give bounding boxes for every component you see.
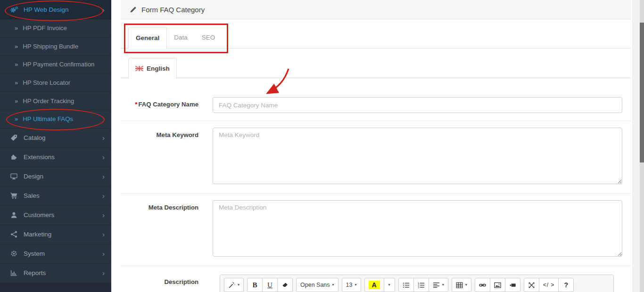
chevron-right-icon: › <box>102 134 105 141</box>
double-angle-right-icon: » <box>15 97 18 105</box>
sidebar-subitem-label: HP Order Tracking <box>23 97 74 105</box>
sidebar-subitem-label: HP Store Locator <box>23 79 70 86</box>
double-angle-right-icon: » <box>15 115 18 122</box>
codeview-button[interactable]: </ > <box>539 278 559 292</box>
tab-language-english[interactable]: English <box>128 58 177 79</box>
style-dropdown-button[interactable]: ▾ <box>224 278 244 292</box>
double-angle-right-icon: » <box>15 43 18 50</box>
font-size-dropdown[interactable]: 13 ▾ <box>342 278 361 292</box>
editor-toolbar: ▾ B U <box>220 275 613 292</box>
sidebar-item-marketing[interactable]: Marketing › <box>0 225 111 244</box>
sidebar-item-label: Extensions <box>24 154 97 161</box>
vertical-scrollbar[interactable] <box>640 0 644 292</box>
sidebar-item-label: HP Web Design <box>24 6 97 13</box>
language-tab-label: English <box>147 65 170 72</box>
bar-chart-icon <box>9 269 18 276</box>
bold-button[interactable]: B <box>247 278 263 292</box>
chevron-right-icon: › <box>102 211 105 219</box>
svg-text:3: 3 <box>418 285 419 288</box>
scrollbar-thumb[interactable] <box>640 23 644 162</box>
underline-button[interactable]: U <box>262 278 278 292</box>
sidebar-subitem-hp-store-locator[interactable]: » HP Store Locator <box>0 74 111 92</box>
clear-formatting-button[interactable] <box>277 278 293 292</box>
form-row-faq-category-name: *FAQ Category Name <box>121 78 631 121</box>
help-icon: ? <box>564 281 569 289</box>
picture-icon <box>494 282 501 289</box>
video-button[interactable] <box>505 278 520 292</box>
text-color-button[interactable]: A <box>364 278 384 292</box>
sidebar-item-sales[interactable]: Sales › <box>0 187 111 206</box>
link-icon <box>479 282 486 289</box>
desktop-icon <box>9 173 18 180</box>
chevron-right-icon: › <box>102 250 105 257</box>
sidebar-subitem-label: HP PDF Invoice <box>23 24 67 32</box>
tab-general[interactable]: General <box>128 27 167 49</box>
sidebar-item-label: Catalog <box>24 134 97 141</box>
font-family-value: Open Sans <box>300 282 330 288</box>
page-right-margin <box>632 0 640 292</box>
sidebar-item-design[interactable]: Design › <box>0 167 111 187</box>
align-left-icon <box>433 282 440 289</box>
sidebar-subitem-label: HP Payment Confirmation <box>23 61 94 68</box>
text-color-caret-button[interactable]: ▾ <box>384 278 395 292</box>
fullscreen-arrows-icon <box>528 282 535 289</box>
tab-seo[interactable]: SEO <box>195 27 223 49</box>
sidebar-item-extensions[interactable]: Extensions › <box>0 148 111 167</box>
ordered-list-button[interactable]: 123 <box>413 278 429 292</box>
sidebar: HP Web Design › » HP PDF Invoice » HP Sh… <box>0 0 111 292</box>
sidebar-subitem-hp-payment-confirmation[interactable]: » HP Payment Confirmation <box>0 56 111 74</box>
faq-category-name-input[interactable] <box>213 97 622 113</box>
sidebar-subitem-hp-pdf-invoice[interactable]: » HP PDF Invoice <box>0 19 111 38</box>
sidebar-item-hp-web-design[interactable]: HP Web Design › <box>0 0 111 19</box>
magic-wand-icon <box>228 282 235 289</box>
paragraph-dropdown[interactable]: ▾ <box>429 278 448 292</box>
double-angle-right-icon: » <box>15 24 18 32</box>
ordered-list-icon: 123 <box>418 282 425 289</box>
uk-flag-icon <box>135 66 143 71</box>
unordered-list-button[interactable] <box>398 278 414 292</box>
puzzle-icon <box>9 154 18 161</box>
tag-icon <box>9 134 18 141</box>
table-icon <box>456 282 463 289</box>
meta-description-label: Meta Description <box>128 200 206 212</box>
unordered-list-icon <box>403 282 410 289</box>
eraser-icon <box>281 282 289 289</box>
sidebar-item-system[interactable]: System › <box>0 244 111 264</box>
chevron-right-icon: › <box>102 231 105 238</box>
required-asterisk: * <box>135 101 137 108</box>
double-angle-right-icon: » <box>15 79 18 86</box>
sidebar-item-customers[interactable]: Customers › <box>0 206 111 225</box>
form-row-meta-description: Meta Description <box>121 194 631 266</box>
font-size-value: 13 <box>346 282 353 288</box>
content-panel: Form FAQ Category General Data SEO Engli… <box>121 0 631 292</box>
caret-down-icon: ▾ <box>388 283 390 287</box>
sidebar-item-label: Marketing <box>24 231 97 238</box>
link-button[interactable] <box>475 278 490 292</box>
caret-down-icon: ▾ <box>332 283 334 287</box>
panel-heading: Form FAQ Category <box>121 0 631 19</box>
tab-data[interactable]: Data <box>167 27 195 49</box>
description-label: Description <box>128 275 206 286</box>
gear-icon <box>9 250 18 257</box>
sidebar-item-catalog[interactable]: Catalog › <box>0 129 111 148</box>
chevron-right-icon: › <box>102 269 105 276</box>
bold-icon: B <box>253 281 257 289</box>
sidebar-item-reports[interactable]: Reports › <box>0 264 111 283</box>
meta-keyword-label: Meta Keyword <box>128 128 206 139</box>
meta-keyword-textarea[interactable] <box>213 128 622 184</box>
meta-description-textarea[interactable] <box>213 200 622 257</box>
caret-down-icon: ▾ <box>355 283 356 287</box>
font-family-dropdown[interactable]: Open Sans ▾ <box>296 278 339 292</box>
description-richtext-editor[interactable]: ▾ B U <box>220 275 614 292</box>
sidebar-subitem-hp-shipping-bundle[interactable]: » HP Shipping Bundle <box>0 38 111 56</box>
share-icon <box>9 231 18 238</box>
sidebar-footer <box>0 283 111 292</box>
sidebar-subitem-hp-ultimate-faqs[interactable]: » HP Ultimate FAQs <box>0 110 111 129</box>
sidebar-subitem-hp-order-tracking[interactable]: » HP Order Tracking <box>0 92 111 110</box>
caret-down-icon: ▾ <box>238 283 239 287</box>
help-button[interactable]: ? <box>558 278 574 292</box>
table-dropdown[interactable]: ▾ <box>452 278 471 292</box>
fullscreen-button[interactable] <box>524 278 539 292</box>
sidebar-subitem-label: HP Shipping Bundle <box>23 43 78 50</box>
picture-button[interactable] <box>490 278 505 292</box>
